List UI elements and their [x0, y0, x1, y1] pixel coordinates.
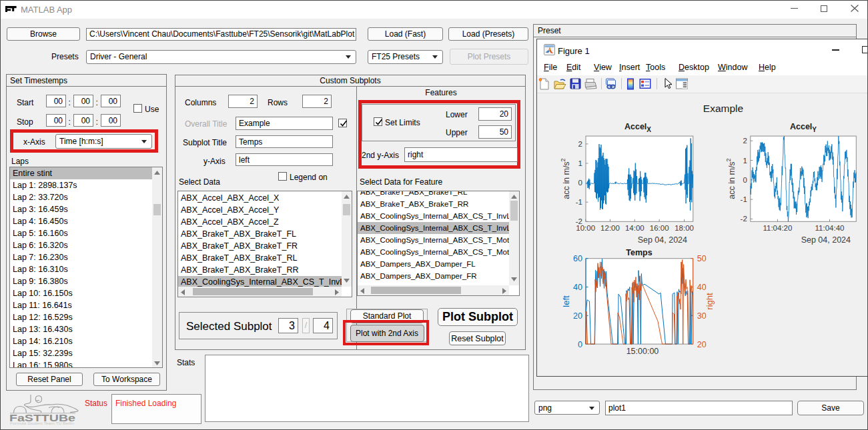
svg-text:1: 1 [743, 157, 747, 165]
svg-text:Sep 04, 2024: Sep 04, 2024 [801, 235, 851, 245]
svg-text:-1: -1 [576, 198, 582, 206]
svg-text:acc in m/s2: acc in m/s2 [725, 158, 737, 199]
svg-text:left: left [561, 295, 571, 307]
svg-text:12:00: 12:00 [600, 224, 620, 232]
svg-text:30: 30 [697, 311, 707, 321]
svg-text:14:00: 14:00 [625, 224, 644, 232]
svg-text:0: 0 [578, 179, 582, 187]
svg-text:Temps: Temps [626, 248, 652, 257]
svg-text:18:00: 18:00 [675, 224, 694, 232]
svg-text:0: 0 [578, 340, 582, 349]
svg-text:20: 20 [697, 340, 707, 349]
svg-text:right: right [705, 293, 715, 310]
svg-text:60: 60 [573, 254, 582, 263]
svg-text:AccelY: AccelY [790, 122, 817, 133]
svg-text:Example: Example [703, 103, 743, 114]
svg-text:1: 1 [578, 159, 582, 167]
svg-text:2: 2 [743, 137, 747, 145]
svg-text:acc in m/s2: acc in m/s2 [560, 158, 571, 199]
svg-text:0: 0 [743, 176, 747, 184]
svg-text:40: 40 [697, 283, 707, 292]
svg-text:15:00:00: 15:00:00 [626, 347, 659, 356]
svg-text:10:00: 10:00 [576, 224, 595, 232]
svg-text:AccelX: AccelX [624, 122, 651, 133]
svg-text:-1: -1 [741, 195, 747, 203]
svg-text:Sep 04, 2024: Sep 04, 2024 [638, 235, 687, 245]
svg-text:2: 2 [578, 140, 582, 148]
svg-text:20: 20 [573, 311, 582, 321]
svg-text:11:04:40: 11:04:40 [815, 224, 845, 232]
svg-text:50: 50 [697, 254, 707, 263]
svg-text:-2: -2 [741, 215, 747, 223]
svg-text:16:00: 16:00 [650, 224, 669, 232]
svg-text:11:04:20: 11:04:20 [763, 224, 792, 232]
svg-text:40: 40 [573, 283, 582, 292]
svg-text:Formula Student Team TU Berlin: Formula Student Team TU Berlin [10, 421, 74, 425]
